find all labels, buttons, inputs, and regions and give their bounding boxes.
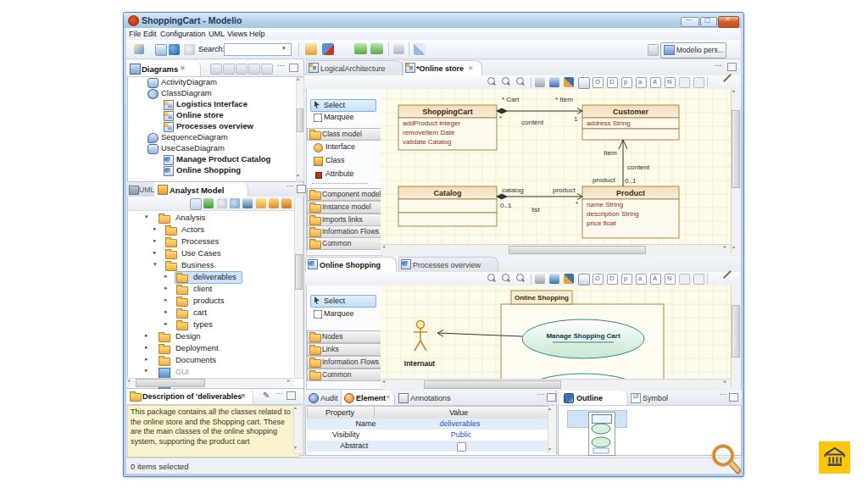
svg-text:product: product [553,186,576,194]
svg-text:0..1: 0..1 [625,177,637,185]
svg-text:*: * [499,114,502,122]
svg-text:description String: description String [587,210,639,218]
svg-text:1: 1 [574,115,578,123]
svg-text:addProduct Integer: addProduct Integer [403,119,460,127]
svg-text:Product: Product [616,189,645,197]
svg-text:validate Catalog: validate Catalog [403,138,451,146]
svg-text:ShoppingCart: ShoppingCart [422,108,473,116]
svg-text:catalog: catalog [502,186,524,194]
svg-text:Online Shopping: Online Shopping [515,294,569,302]
svg-text:list: list [531,206,541,214]
svg-text:* Item: * Item [555,96,573,103]
svg-text:price float: price float [587,219,616,227]
svg-text:content: content [521,119,544,126]
svg-text:*: * [576,200,578,208]
svg-text:* Cart: * Cart [502,96,520,103]
svg-text:Internaut: Internaut [404,359,436,368]
svg-text:Manage Shopping Cart: Manage Shopping Cart [546,332,620,340]
svg-text:removeItem Date: removeItem Date [403,129,455,136]
svg-text:Item: Item [604,149,617,157]
svg-text:0..1: 0..1 [500,202,512,209]
svg-text:address String: address String [587,119,631,127]
svg-text:content: content [627,164,650,171]
svg-text:name String: name String [587,201,623,208]
svg-text:Catalog: Catalog [433,189,461,197]
svg-text:product: product [593,176,615,184]
svg-text:Customer: Customer [613,108,649,116]
